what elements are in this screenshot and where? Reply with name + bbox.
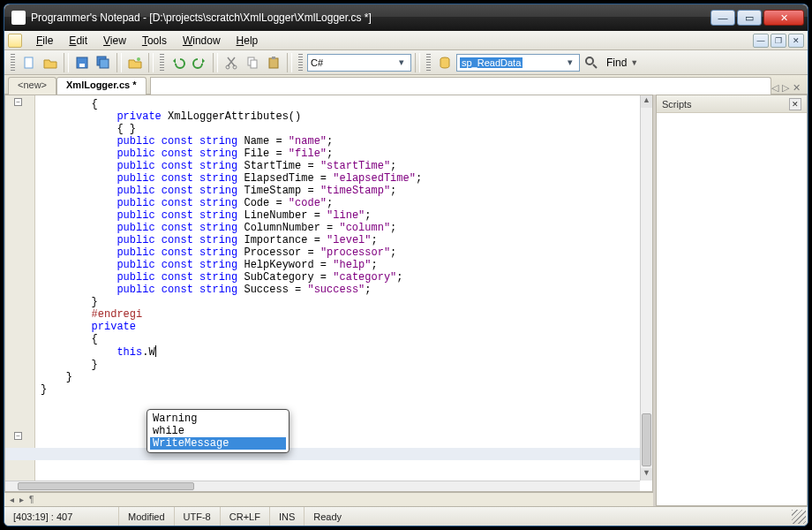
undo-button[interactable] <box>169 53 188 72</box>
svg-rect-2 <box>79 64 85 67</box>
pilcrow-icon[interactable]: ¶ <box>29 495 34 504</box>
app-window: Programmer's Notepad - [D:\projects\scra… <box>4 4 808 526</box>
resize-grip[interactable] <box>792 510 806 524</box>
mdi-minimize-button[interactable]: — <box>753 34 769 48</box>
find-dropdown-icon[interactable]: ▼ <box>630 58 638 67</box>
redo-button[interactable] <box>190 53 209 72</box>
open-file-button[interactable] <box>41 53 60 72</box>
svg-rect-11 <box>272 57 275 59</box>
vscroll-thumb[interactable] <box>642 413 651 466</box>
menu-view[interactable]: View <box>96 33 133 49</box>
svg-rect-4 <box>100 59 109 68</box>
toolbar: C# ▾ sp_ReadData ▾ Find ▼ <box>4 50 808 75</box>
gutter[interactable]: − − <box>5 95 35 481</box>
open-project-button[interactable] <box>125 53 145 72</box>
chevron-down-icon: ▾ <box>564 57 576 68</box>
find-combo-value: sp_ReadData <box>460 57 523 68</box>
autocomplete-popup[interactable]: WarningwhileWriteMessage <box>147 409 289 453</box>
tab-next-button[interactable]: ▷ <box>782 82 789 94</box>
status-insert-mode: INS <box>270 507 304 526</box>
scroll-down-button[interactable]: ▼ <box>641 468 652 481</box>
code-editor[interactable]: − − { private XmlLoggerAttributes() { } … <box>4 95 653 492</box>
close-button[interactable]: ✕ <box>763 10 804 26</box>
toolbar-grip[interactable] <box>11 54 15 72</box>
save-button[interactable] <box>72 53 92 72</box>
scripts-panel: Scripts ✕ <box>656 95 808 506</box>
find-label[interactable]: Find <box>606 57 627 69</box>
menu-file[interactable]: File <box>29 33 60 49</box>
app-icon <box>11 11 26 25</box>
menu-help[interactable]: Help <box>229 33 266 49</box>
copy-button[interactable] <box>243 53 262 72</box>
status-encoding: UTF-8 <box>175 507 221 526</box>
hscroll-thumb[interactable] <box>18 482 194 490</box>
scripts-panel-header[interactable]: Scripts ✕ <box>657 95 807 113</box>
mdi-close-button[interactable]: ✕ <box>788 34 804 48</box>
status-lineend: CR+LF <box>221 507 270 526</box>
db-icon[interactable] <box>435 53 455 72</box>
maximize-button[interactable]: ▭ <box>737 10 762 26</box>
svg-rect-10 <box>269 58 278 68</box>
panel-close-button[interactable]: ✕ <box>789 98 801 110</box>
status-ready: Ready <box>304 507 792 526</box>
document-tabs: <new> XmlLogger.cs * ◁ ▷ ✕ <box>4 75 808 95</box>
autocomplete-item[interactable]: while <box>150 425 286 437</box>
menu-window[interactable]: Window <box>176 33 228 49</box>
whitespace-left-icon[interactable]: ◂ <box>10 495 14 504</box>
tab-prev-button[interactable]: ◁ <box>771 82 778 94</box>
language-combo[interactable]: C# ▾ <box>307 54 411 72</box>
editor-footer-icons: ◂ ▸ ¶ <box>4 492 653 506</box>
vertical-scrollbar[interactable]: ▲ ▼ <box>640 95 652 481</box>
svg-point-13 <box>586 57 593 64</box>
whitespace-right-icon[interactable]: ▸ <box>19 495 24 504</box>
autocomplete-item[interactable]: Warning <box>150 413 286 425</box>
fold-toggle[interactable]: − <box>14 98 22 106</box>
status-bar: [403:19] : 407 Modified UTF-8 CR+LF INS … <box>4 506 808 526</box>
tab-strip-filler <box>150 77 771 95</box>
tab-xmllogger[interactable]: XmlLogger.cs * <box>56 77 146 95</box>
menubar: FileEditViewToolsWindowHelp — ❐ ✕ <box>4 31 808 50</box>
tab-new[interactable]: <new> <box>8 77 56 95</box>
svg-point-5 <box>137 57 140 61</box>
horizontal-scrollbar[interactable] <box>5 481 640 491</box>
new-file-button[interactable] <box>19 53 39 72</box>
mdi-restore-button[interactable]: ❐ <box>771 34 786 48</box>
fold-toggle[interactable]: − <box>14 432 22 440</box>
paste-button[interactable] <box>264 53 283 72</box>
find-button-icon[interactable] <box>582 53 601 72</box>
language-combo-value: C# <box>311 57 323 68</box>
status-modified: Modified <box>119 507 175 526</box>
find-combo[interactable]: sp_ReadData ▾ <box>456 54 580 72</box>
chevron-down-icon: ▾ <box>395 57 408 68</box>
status-position: [403:19] : 407 <box>4 507 119 526</box>
svg-rect-9 <box>251 60 257 68</box>
window-title: Programmer's Notepad - [D:\projects\scra… <box>31 11 710 24</box>
scroll-up-button[interactable]: ▲ <box>641 95 652 108</box>
tab-close-button[interactable]: ✕ <box>793 82 801 94</box>
toolbar-grip-4[interactable] <box>426 54 431 72</box>
titlebar[interactable]: Programmer's Notepad - [D:\projects\scra… <box>4 4 808 31</box>
svg-rect-0 <box>25 57 33 68</box>
menu-edit[interactable]: Edit <box>62 33 94 49</box>
autocomplete-item[interactable]: WriteMessage <box>150 437 286 450</box>
scripts-panel-title: Scripts <box>662 99 692 110</box>
scripts-panel-body <box>657 113 807 505</box>
minimize-button[interactable]: — <box>710 10 735 26</box>
toolbar-grip-3[interactable] <box>298 54 303 72</box>
menu-tools[interactable]: Tools <box>135 33 174 49</box>
doc-icon <box>8 34 22 48</box>
code-area[interactable]: { private XmlLoggerAttributes() { } publ… <box>35 95 640 481</box>
cut-button[interactable] <box>222 53 241 72</box>
toolbar-grip-2[interactable] <box>160 54 164 72</box>
save-all-button[interactable] <box>94 53 113 72</box>
